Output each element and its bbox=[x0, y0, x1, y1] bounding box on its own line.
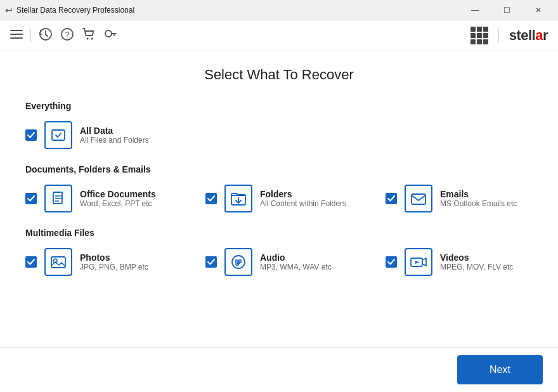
stellar-logo-text: stellar bbox=[509, 27, 548, 44]
checkbox-videos[interactable] bbox=[386, 256, 397, 268]
all-data-name: All Data bbox=[80, 126, 149, 136]
items-row-documents: Office Documents Word, Excel, PPT etc bbox=[25, 185, 533, 212]
title-bar-text: Stellar Data Recovery Professional bbox=[16, 6, 134, 15]
toolbar-right: stellar bbox=[470, 27, 548, 44]
office-icon bbox=[44, 185, 72, 212]
folders-icon bbox=[224, 185, 252, 212]
footer: Next bbox=[0, 347, 558, 392]
checkbox-wrap-photos[interactable] bbox=[25, 256, 37, 268]
back-icon: ↩ bbox=[5, 5, 13, 15]
section-everything: Everything All bbox=[25, 101, 533, 149]
svg-text:♪: ♪ bbox=[237, 258, 240, 266]
item-all-data: All Data All Files and Folders bbox=[25, 121, 190, 149]
folders-name: Folders bbox=[260, 189, 346, 199]
office-name: Office Documents bbox=[80, 189, 156, 199]
checkbox-emails[interactable] bbox=[386, 193, 397, 204]
item-emails: Emails MS Outlook Emails etc bbox=[386, 185, 550, 212]
section-title-multimedia: Multimedia Files bbox=[25, 228, 533, 238]
svg-point-7 bbox=[91, 37, 93, 39]
svg-rect-0 bbox=[10, 30, 23, 31]
logo-divider bbox=[498, 29, 499, 42]
checkbox-wrap-emails[interactable] bbox=[386, 193, 397, 204]
checkbox-wrap-folders[interactable] bbox=[205, 193, 217, 204]
title-bar-left: ↩ Stellar Data Recovery Professional bbox=[5, 5, 134, 15]
svg-rect-1 bbox=[10, 34, 23, 35]
svg-rect-2 bbox=[10, 37, 23, 39]
minimize-button[interactable]: — bbox=[460, 0, 490, 20]
office-text: Office Documents Word, Excel, PPT etc bbox=[80, 189, 156, 208]
item-photos: Photos JPG, PNG, BMP etc bbox=[25, 248, 190, 276]
photos-icon bbox=[44, 248, 72, 276]
photos-text: Photos JPG, PNG, BMP etc bbox=[80, 252, 148, 271]
check-icon bbox=[387, 258, 395, 266]
main-content: Select What To Recover Everything bbox=[0, 51, 558, 347]
checkbox-wrap-office[interactable] bbox=[25, 193, 37, 204]
check-icon bbox=[27, 195, 35, 202]
title-bar-controls: — ☐ ✕ bbox=[460, 0, 553, 20]
photos-name: Photos bbox=[80, 252, 148, 263]
item-audio: ♪ Audio MP3, WMA, WAV etc bbox=[205, 248, 370, 276]
checkbox-office[interactable] bbox=[25, 193, 37, 204]
checkbox-wrap-videos[interactable] bbox=[386, 256, 397, 268]
section-title-documents: Documents, Folders & Emails bbox=[25, 164, 533, 174]
office-desc: Word, Excel, PPT etc bbox=[80, 199, 156, 208]
cart-icon[interactable] bbox=[82, 27, 96, 44]
checkbox-photos[interactable] bbox=[25, 256, 37, 268]
menu-icon[interactable] bbox=[10, 28, 23, 44]
checkbox-wrap-all-data[interactable] bbox=[25, 129, 37, 141]
emails-name: Emails bbox=[440, 189, 517, 199]
emails-text: Emails MS Outlook Emails etc bbox=[440, 189, 517, 208]
emails-icon bbox=[405, 185, 432, 212]
all-data-text: All Data All Files and Folders bbox=[80, 126, 149, 145]
photos-desc: JPG, PNG, BMP etc bbox=[80, 263, 148, 271]
items-row-multimedia: Photos JPG, PNG, BMP etc bbox=[25, 248, 533, 276]
svg-rect-10 bbox=[53, 192, 62, 204]
item-folders: Folders All Content within Folders bbox=[205, 185, 370, 212]
folders-text: Folders All Content within Folders bbox=[260, 189, 346, 208]
close-button[interactable]: ✕ bbox=[524, 0, 553, 20]
history-icon[interactable] bbox=[39, 27, 53, 44]
maximize-button[interactable]: ☐ bbox=[492, 0, 521, 20]
svg-text:?: ? bbox=[65, 30, 69, 39]
section-title-everything: Everything bbox=[25, 101, 533, 111]
audio-icon: ♪ bbox=[224, 248, 252, 276]
check-icon bbox=[207, 258, 215, 266]
check-icon bbox=[207, 195, 215, 202]
audio-desc: MP3, WMA, WAV etc bbox=[260, 263, 332, 271]
check-icon bbox=[27, 131, 35, 139]
section-documents: Documents, Folders & Emails bbox=[25, 164, 533, 212]
page-title: Select What To Recover bbox=[25, 67, 533, 83]
check-icon bbox=[387, 195, 395, 202]
toolbar-divider bbox=[30, 29, 31, 42]
svg-rect-9 bbox=[52, 130, 65, 140]
toolbar: ? stellar bbox=[0, 20, 558, 51]
svg-rect-15 bbox=[412, 194, 425, 204]
videos-icon bbox=[405, 248, 432, 276]
folders-desc: All Content within Folders bbox=[260, 199, 346, 208]
all-data-icon bbox=[44, 121, 72, 149]
next-button[interactable]: Next bbox=[457, 355, 543, 384]
checkbox-all-data[interactable] bbox=[25, 129, 37, 141]
toolbar-left: ? bbox=[10, 27, 117, 44]
stellar-grid-icon bbox=[470, 27, 488, 44]
key-icon[interactable] bbox=[103, 27, 117, 44]
svg-point-6 bbox=[87, 37, 89, 39]
emails-desc: MS Outlook Emails etc bbox=[440, 199, 517, 208]
all-data-desc: All Files and Folders bbox=[80, 136, 149, 145]
audio-text: Audio MP3, WMA, WAV etc bbox=[260, 252, 332, 271]
item-office-documents: Office Documents Word, Excel, PPT etc bbox=[25, 185, 190, 212]
videos-text: Videos MPEG, MOV, FLV etc bbox=[440, 252, 513, 271]
videos-name: Videos bbox=[440, 252, 513, 263]
title-bar: ↩ Stellar Data Recovery Professional — ☐… bbox=[0, 0, 558, 20]
videos-desc: MPEG, MOV, FLV etc bbox=[440, 263, 513, 271]
svg-marker-22 bbox=[415, 261, 419, 264]
item-videos: Videos MPEG, MOV, FLV etc bbox=[386, 248, 550, 276]
svg-point-8 bbox=[105, 30, 112, 37]
checkbox-audio[interactable] bbox=[205, 256, 217, 268]
checkbox-wrap-audio[interactable] bbox=[205, 256, 217, 268]
items-row-everything: All Data All Files and Folders bbox=[25, 121, 533, 149]
help-icon[interactable]: ? bbox=[60, 27, 74, 44]
audio-name: Audio bbox=[260, 252, 332, 263]
checkbox-folders[interactable] bbox=[205, 193, 217, 204]
check-icon bbox=[27, 258, 35, 266]
